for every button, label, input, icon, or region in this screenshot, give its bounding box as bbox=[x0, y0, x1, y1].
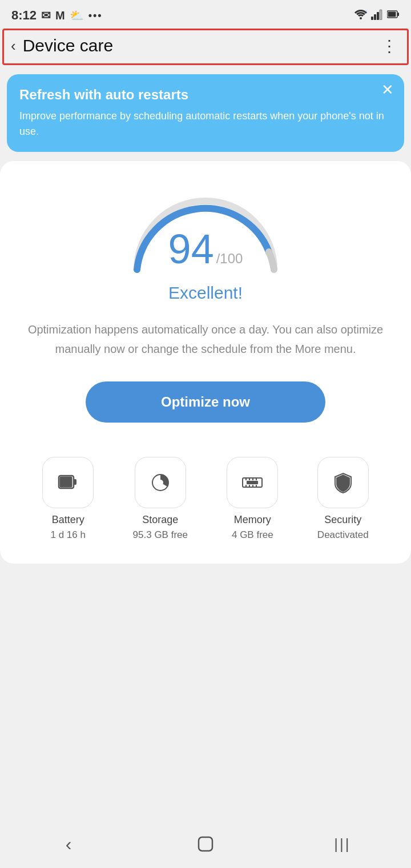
battery-status-icon bbox=[387, 9, 400, 22]
storage-label: Storage bbox=[142, 514, 178, 526]
weather-icon: ⛅ bbox=[70, 9, 84, 22]
svg-rect-10 bbox=[60, 477, 72, 488]
storage-value: 95.3 GB free bbox=[133, 529, 188, 541]
score-gauge: 94 /100 bbox=[120, 184, 291, 275]
security-icon bbox=[331, 470, 356, 495]
score-total: /100 bbox=[216, 251, 243, 267]
svg-rect-1 bbox=[371, 17, 373, 20]
memory-icon-circle bbox=[227, 457, 278, 508]
nav-back-button[interactable]: ‹ bbox=[51, 833, 86, 855]
back-button[interactable]: ‹ bbox=[11, 38, 16, 53]
status-bar: 8:12 ✉ M ⛅ ••• bbox=[0, 0, 411, 29]
nav-recent-button[interactable]: ||| bbox=[325, 833, 360, 855]
svg-rect-4 bbox=[380, 10, 382, 20]
banner-close-button[interactable]: ✕ bbox=[381, 82, 394, 97]
header-left: ‹ Device care bbox=[11, 36, 113, 55]
svg-rect-24 bbox=[199, 837, 212, 851]
battery-label: Battery bbox=[52, 514, 84, 526]
optimize-now-button[interactable]: Optimize now bbox=[86, 381, 325, 423]
banner-title: Refresh with auto restarts bbox=[19, 87, 392, 103]
svg-rect-7 bbox=[388, 12, 396, 17]
svg-point-0 bbox=[360, 17, 362, 19]
security-label: Security bbox=[324, 514, 361, 526]
svg-rect-8 bbox=[397, 13, 399, 16]
battery-item[interactable]: Battery 1 d 16 h bbox=[42, 457, 94, 541]
memory-label: Memory bbox=[234, 514, 271, 526]
svg-rect-20 bbox=[249, 485, 250, 487]
svg-rect-19 bbox=[245, 485, 247, 487]
storage-icon bbox=[148, 470, 173, 495]
nav-bar: ‹ ||| bbox=[0, 822, 411, 868]
signal-icon bbox=[371, 9, 384, 22]
device-stats-row: Battery 1 d 16 h Storage 95.3 GB free bbox=[17, 451, 394, 541]
status-right-icons bbox=[354, 9, 400, 22]
svg-rect-17 bbox=[252, 478, 253, 480]
nav-home-button[interactable] bbox=[188, 833, 223, 855]
time-display: 8:12 bbox=[11, 8, 37, 23]
battery-value: 1 d 16 h bbox=[50, 529, 85, 541]
memory-item[interactable]: Memory 4 GB free bbox=[227, 457, 278, 541]
battery-icon-circle bbox=[42, 457, 94, 508]
memory-value: 4 GB free bbox=[232, 529, 273, 541]
memory-icon bbox=[240, 470, 265, 495]
score-label: Excellent! bbox=[168, 283, 243, 303]
svg-point-13 bbox=[158, 480, 163, 485]
security-icon-circle bbox=[317, 457, 369, 508]
page-header: ‹ Device care ⋮ bbox=[2, 29, 409, 65]
score-number: 94 bbox=[168, 228, 214, 270]
svg-rect-2 bbox=[374, 14, 376, 20]
mail-icon: ✉ bbox=[41, 9, 51, 22]
more-dots-icon: ••• bbox=[88, 10, 103, 22]
svg-rect-11 bbox=[74, 479, 76, 485]
more-options-button[interactable]: ⋮ bbox=[381, 37, 398, 55]
svg-rect-18 bbox=[256, 478, 257, 480]
storage-item[interactable]: Storage 95.3 GB free bbox=[133, 457, 188, 541]
svg-rect-15 bbox=[245, 478, 247, 480]
svg-rect-22 bbox=[256, 485, 257, 487]
svg-rect-23 bbox=[247, 481, 258, 484]
svg-rect-3 bbox=[377, 12, 379, 20]
page-title: Device care bbox=[23, 36, 113, 55]
auto-restart-banner: ✕ Refresh with auto restarts Improve per… bbox=[7, 74, 404, 152]
svg-rect-21 bbox=[252, 485, 253, 487]
storage-icon-circle bbox=[135, 457, 186, 508]
wifi-icon bbox=[354, 9, 368, 22]
battery-icon bbox=[55, 470, 80, 495]
status-time: 8:12 ✉ M ⛅ ••• bbox=[11, 8, 103, 23]
mail2-icon: M bbox=[55, 9, 65, 22]
banner-description: Improve performance by scheduling automa… bbox=[19, 108, 392, 139]
security-value: Deactivated bbox=[317, 529, 369, 541]
optimize-description: Optimization happens automatically once … bbox=[17, 320, 394, 359]
score-card: 94 /100 Excellent! Optimization happens … bbox=[0, 161, 411, 564]
svg-rect-16 bbox=[249, 478, 250, 480]
score-display: 94 /100 bbox=[168, 228, 243, 270]
security-item[interactable]: Security Deactivated bbox=[317, 457, 369, 541]
